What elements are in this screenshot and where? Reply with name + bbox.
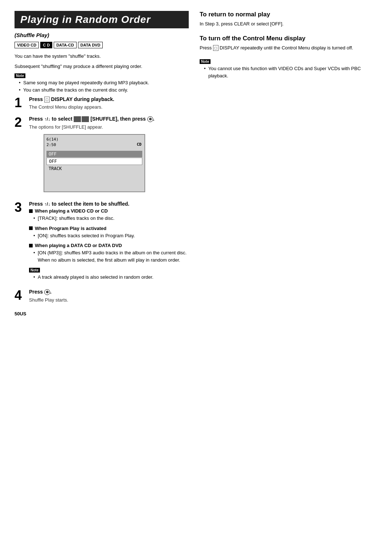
step4-enter-icon: ⊕ (44, 289, 50, 295)
sub-heading-program-play-label: When Program Play is activated (35, 226, 106, 231)
step3-updown-icon: ↑/↓ (44, 201, 50, 207)
sub-section-data-cd: When playing a DATA CD or DATA DVD [ON (… (29, 243, 189, 263)
intro-line1: You can have the system "shuffle" tracks… (15, 53, 189, 60)
screen-menu: OFF OFF TRACK (46, 151, 142, 172)
updown-icon: ↑/↓ (44, 116, 50, 122)
step-4: 4 Press ⊕. Shuffle Play starts. (15, 289, 189, 304)
right-note-bullet-0: You cannot use this function with VIDEO … (204, 65, 377, 79)
sub-heading-video-cd: When playing a VIDEO CD or CD (29, 208, 189, 214)
note-block-2: Note A track already played is also sele… (29, 267, 189, 281)
sub-section-video-cd: When playing a VIDEO CD or CD [TRACK]: s… (29, 208, 189, 222)
note2-bullet-0: A track already played is also selected … (33, 274, 189, 281)
right-note-label: Note (200, 59, 211, 64)
sub-heading-data-cd-label: When playing a DATA CD or DATA DVD (35, 243, 122, 248)
sub-heading-program-play: When Program Play is activated (29, 226, 189, 231)
shuffle-icon-1 (74, 116, 81, 122)
step-1-content: Press □ DISPLAY during playback. The Con… (29, 96, 189, 111)
section-return-normal: To return to normal play In Step 3, pres… (200, 11, 377, 28)
sub-bullet-video-cd-0: [TRACK]: shuffles tracks on the disc. (33, 215, 189, 222)
note-block-1: Note Same song may be played repeatedly … (15, 73, 189, 93)
bullet-square-1 (29, 226, 33, 230)
sub-bullet-program-play-0: [ON]: shuffles tracks selected in Progra… (33, 232, 189, 239)
page-title: Playing in Random Order (15, 11, 189, 28)
step-3: 3 Press ↑/↓ to select the item to be shu… (15, 201, 189, 284)
step-2-desc: The options for [SHUFFLE] appear. (29, 124, 189, 131)
subtitle: (Shuffle Play) (15, 32, 189, 38)
badge-video-cd: VIDEO CD (15, 42, 39, 48)
screen-track-number: 6(14) (46, 137, 58, 142)
note-label-1: Note (15, 73, 25, 78)
step-1-heading: Press □ DISPLAY during playback. (29, 96, 189, 102)
note1-bullet-0: Same song may be played repeatedly durin… (19, 79, 189, 86)
screen-time: 2:50 (46, 142, 58, 147)
page-number: 50US (15, 311, 189, 316)
note1-bullet-1: You can shuffle the tracks on the curren… (19, 86, 189, 94)
screen-display: 6(14) 2:50 CD OFF OFF TRACK (44, 134, 145, 192)
screen-track: 6(14) 2:50 (46, 137, 58, 148)
step-1-desc: The Control Menu display appears. (29, 104, 189, 111)
sub-heading-data-cd: When playing a DATA CD or DATA DVD (29, 243, 189, 248)
sub-bullets-data-cd: [ON (MP3)]: shuffles MP3 audio tracks in… (33, 249, 189, 263)
sub-bullet-data-cd-0: [ON (MP3)]: shuffles MP3 audio tracks in… (33, 249, 189, 263)
page-layout: Playing in Random Order (Shuffle Play) V… (15, 11, 377, 316)
right-display-icon: □ (213, 45, 219, 51)
step-4-heading: Press ⊕. (29, 289, 189, 295)
left-column: Playing in Random Order (Shuffle Play) V… (15, 11, 189, 316)
shuffle-icon-2 (82, 116, 89, 122)
step-3-number: 3 (15, 201, 25, 214)
note1-bullets: Same song may be played repeatedly durin… (19, 79, 189, 93)
bullet-square-0 (29, 209, 33, 213)
right-note-block: Note You cannot use this function with V… (200, 58, 377, 79)
step-1: 1 Press □ DISPLAY during playback. The C… (15, 96, 189, 111)
badge-cd: C D (40, 42, 52, 48)
step-3-content: Press ↑/↓ to select the item to be shuff… (29, 201, 189, 284)
enter-button-icon: ⊕ (147, 116, 153, 122)
badge-data-cd: DATA-CD (54, 42, 76, 48)
section-turn-off: To turn off the Control Menu display Pre… (200, 35, 377, 52)
step-2: 2 Press ↑/↓ to select [SHUFFLE], then pr… (15, 116, 189, 196)
step-1-number: 1 (15, 96, 25, 109)
right-column: To return to normal play In Step 3, pres… (200, 11, 377, 316)
bullet-square-2 (29, 244, 33, 247)
intro-line2: Subsequent "shuffling" may produce a dif… (15, 63, 189, 70)
badge-data-dvd: DATA DVD (78, 42, 103, 48)
disc-badges: VIDEO CD C D DATA-CD DATA DVD (15, 42, 189, 48)
section-return-text: In Step 3, press CLEAR or select [OFF]. (200, 20, 377, 28)
sub-bullets-program-play: [ON]: shuffles tracks selected in Progra… (33, 232, 189, 239)
screen-menu-off-highlighted: OFF (46, 151, 142, 157)
note-label-2: Note (29, 268, 40, 273)
sub-heading-video-cd-label: When playing a VIDEO CD or CD (35, 208, 108, 214)
step-4-desc: Shuffle Play starts. (29, 296, 189, 304)
screen-top-bar: 6(14) 2:50 CD (46, 137, 142, 148)
step-2-number: 2 (15, 116, 25, 129)
step-3-heading: Press ↑/↓ to select the item to be shuff… (29, 201, 189, 207)
sub-section-program-play: When Program Play is activated [ON]: shu… (29, 226, 189, 239)
section-return-heading: To return to normal play (200, 11, 377, 18)
step-2-content: Press ↑/↓ to select [SHUFFLE], then pres… (29, 116, 189, 196)
screen-cd-label: CD (137, 142, 142, 147)
step-4-number: 4 (15, 289, 25, 302)
screen-menu-track: TRACK (46, 165, 142, 172)
step-4-content: Press ⊕. Shuffle Play starts. (29, 289, 189, 304)
note2-bullets: A track already played is also selected … (33, 274, 189, 281)
step-2-heading: Press ↑/↓ to select [SHUFFLE], then pres… (29, 116, 189, 122)
sub-bullets-video-cd: [TRACK]: shuffles tracks on the disc. (33, 215, 189, 222)
section-turn-off-heading: To turn off the Control Menu display (200, 35, 377, 42)
screen-menu-off-selected: OFF (46, 158, 142, 165)
right-note-bullets: You cannot use this function with VIDEO … (204, 65, 377, 79)
shuffle-icon-group (74, 116, 89, 122)
section-turn-off-text: Press □ DISPLAY repeatedly until the Con… (200, 44, 377, 52)
display-button-icon: □ (44, 97, 50, 102)
